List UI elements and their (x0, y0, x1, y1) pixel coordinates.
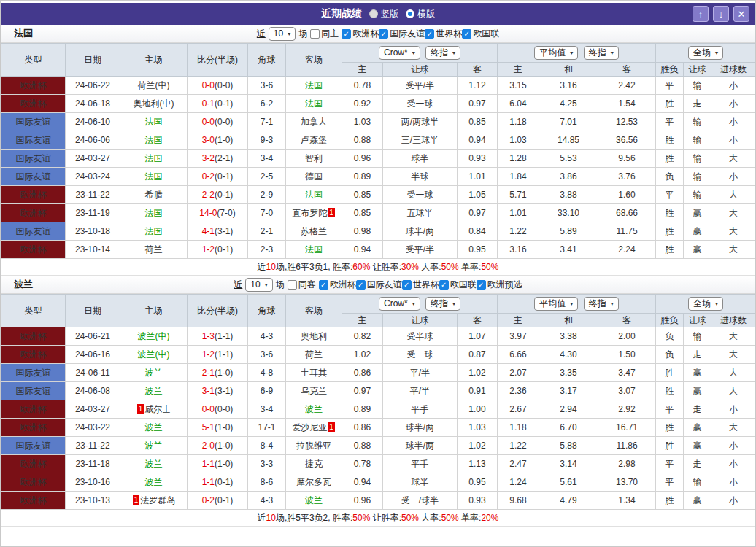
odds-controls: Crow*▾ 终指▾ (342, 44, 498, 63)
type-cell: 欧洲杯 (1, 419, 66, 437)
home-odds-cell: 0.88 (342, 131, 383, 150)
league-checkbox-2[interactable]: ✓世界杯 (425, 28, 462, 40)
filter-row: 波兰 近 10 ▾ 场 同客 ✓欧洲杯✓国际友谊✓世界杯✓欧国联✓欧洲预选 (1, 276, 755, 294)
handicap-result-cell: 输 (684, 327, 711, 346)
type-cell: 欧洲杯 (1, 455, 66, 473)
radio-vertical-layout[interactable]: 竖版 (369, 8, 398, 20)
league-checkbox-0[interactable]: ✓欧洲杯 (319, 279, 356, 291)
odds-final-select[interactable]: 终指▾ (425, 46, 460, 60)
home-team-cell: 1法罗群岛 (120, 492, 188, 510)
away-team-cell: 土耳其 (286, 364, 342, 382)
close-button[interactable]: ✕ (733, 6, 749, 22)
match-row: 欧洲杯23-11-22希腊2-2(0-1)2-9法国0.85受一球1.055.7… (1, 186, 756, 204)
avg-home-cell: 9.68 (498, 492, 539, 510)
full-score: 0-0 (202, 404, 215, 414)
same-venue-checkbox[interactable]: 同主 (310, 28, 339, 40)
radio-horizontal-layout[interactable]: 横版 (406, 8, 435, 20)
odds-source-select[interactable]: Crow*▾ (379, 297, 420, 311)
league-label: 国际友谊 (390, 28, 425, 40)
away-odds-cell: 0.95 (458, 241, 498, 259)
avg-final-select[interactable]: 终指▾ (584, 46, 619, 60)
avg-away-cell: 2.42 (598, 77, 656, 95)
same-venue-checkbox[interactable]: 同客 (288, 279, 316, 291)
red-card-badge: 1 (328, 422, 335, 432)
chevron-down-icon: ▾ (570, 300, 573, 307)
match-row: 欧洲杯24-06-18奥地利(中)0-1(0-1)6-2法国0.92受一球0.9… (1, 95, 756, 113)
checkbox-icon[interactable]: ✓ (379, 29, 388, 39)
league-checkbox-1[interactable]: ✓国际友谊 (356, 279, 402, 291)
col-score: 比分(半场) (188, 44, 248, 77)
match-count-select[interactable]: 10 ▾ (245, 278, 272, 292)
league-checkbox-3[interactable]: ✓欧国联 (462, 28, 499, 40)
league-checkbox-3[interactable]: ✓欧国联 (439, 279, 477, 291)
checkbox-icon[interactable]: ✓ (342, 29, 351, 39)
near-label[interactable]: 近 (234, 279, 242, 291)
summary-text: 50% (441, 262, 459, 272)
checkbox-icon[interactable]: ✓ (462, 29, 471, 39)
home-team-cell: 波兰(中) (120, 327, 188, 346)
avg-draw-cell: 14.85 (539, 131, 598, 150)
chevron-down-icon: ▾ (452, 50, 455, 56)
odds-source-select[interactable]: Crow*▾ (379, 46, 420, 60)
summary-text: 50% (401, 513, 419, 523)
full-score: 1-2 (202, 244, 215, 255)
checkbox-icon[interactable]: ✓ (402, 280, 412, 290)
avg-draw-cell: 7.01 (539, 113, 598, 131)
match-count-value: 10 (274, 28, 283, 39)
team-name-text: 波兰 (305, 495, 323, 505)
scope-select[interactable]: 全场▾ (688, 46, 723, 60)
avg-home-cell: 1.24 (498, 473, 539, 492)
avg-final-value: 终指 (589, 298, 606, 310)
handicap-cell: 平/半 (383, 382, 458, 400)
move-up-button[interactable]: ↑ (693, 6, 709, 22)
goals-result-cell: 大 (711, 419, 756, 437)
odds-final-select[interactable]: 终指▾ (425, 297, 460, 311)
avg-source-select[interactable]: 平均值▾ (534, 297, 578, 311)
full-score: 14-0 (199, 208, 217, 218)
move-down-button[interactable]: ↓ (713, 6, 729, 22)
col-avg-draw: 和 (539, 314, 598, 327)
league-checkbox-2[interactable]: ✓世界杯 (402, 279, 439, 291)
avg-home-cell: 1.22 (498, 222, 539, 241)
summary-text: 场,胜5平3负2, 胜率: (276, 513, 352, 523)
radio-selected-icon[interactable] (406, 9, 414, 18)
checkbox-icon[interactable]: ✓ (425, 29, 434, 39)
home-odds-cell: 0.78 (342, 455, 383, 473)
date-cell: 24-06-08 (66, 382, 120, 400)
handicap-cell: 五球半 (383, 204, 458, 222)
result-cell: 胜 (656, 95, 684, 113)
checkbox-icon[interactable] (310, 29, 320, 39)
full-score: 2-2 (202, 190, 215, 200)
near-label[interactable]: 近 (257, 28, 266, 40)
league-checkbox-1[interactable]: ✓国际友谊 (379, 28, 425, 40)
team-section: 波兰 近 10 ▾ 场 同客 ✓欧洲杯✓国际友谊✓世界杯✓欧国联✓欧洲预选 (1, 276, 755, 527)
full-score: 3-1 (202, 386, 215, 396)
col-home: 主场 (120, 44, 188, 77)
avg-final-select[interactable]: 终指▾ (584, 297, 619, 311)
league-label: 国际友谊 (367, 279, 402, 291)
match-row: 国际友谊24-06-11波兰2-1(1-0)4-8土耳其0.86平/半1.022… (1, 364, 756, 382)
handicap-result-cell: 走 (684, 400, 711, 419)
checkbox-icon[interactable]: ✓ (477, 280, 486, 290)
away-odds-cell: 0.93 (458, 150, 498, 168)
team-name-text: 法国 (305, 244, 323, 255)
checkbox-icon[interactable]: ✓ (356, 280, 366, 290)
checkbox-icon[interactable]: ✓ (439, 280, 449, 290)
league-checkbox-4[interactable]: ✓欧洲预选 (477, 279, 522, 291)
match-count-select[interactable]: 10 ▾ (269, 27, 296, 41)
type-cell: 国际友谊 (1, 168, 66, 186)
home-odds-cell: 0.89 (342, 168, 383, 186)
handicap-cell: 受一球 (383, 186, 458, 204)
league-checkbox-0[interactable]: ✓欧洲杯 (342, 28, 379, 40)
type-cell: 欧洲杯 (1, 473, 66, 492)
checkbox-icon[interactable] (288, 280, 297, 290)
radio-icon[interactable] (369, 9, 378, 18)
col-odds-handicap: 让球 (383, 314, 458, 327)
scope-select[interactable]: 全场▾ (688, 297, 723, 311)
radio-horizontal-label: 横版 (417, 8, 435, 20)
avg-source-select[interactable]: 平均值▾ (534, 46, 578, 60)
home-odds-cell: 0.96 (342, 150, 383, 168)
odds-final-value: 终指 (431, 298, 448, 310)
away-team-cell: 德国 (286, 168, 342, 186)
checkbox-icon[interactable]: ✓ (319, 280, 328, 290)
